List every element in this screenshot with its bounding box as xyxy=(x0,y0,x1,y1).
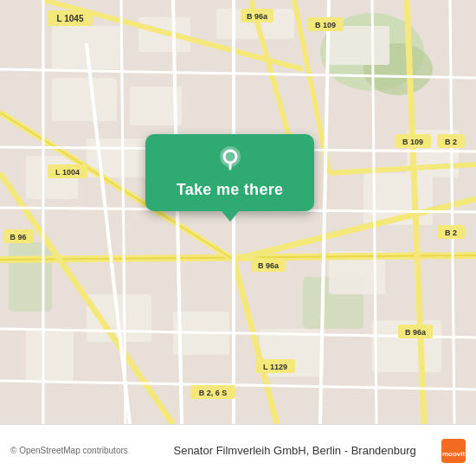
footer-bar: © OpenStreetMap contributors Senator Fil… xyxy=(0,424,476,476)
svg-text:B 2, 6 S: B 2, 6 S xyxy=(199,389,228,397)
svg-text:B 109: B 109 xyxy=(402,138,423,146)
svg-rect-3 xyxy=(9,242,52,312)
location-title: Senator Filmverleih GmbH, Berlin - Brand… xyxy=(157,444,433,457)
map-container: L 1045 B 96a B 109 B 96 L 1004 B 109 B 9… xyxy=(0,0,476,424)
svg-text:B 96a: B 96a xyxy=(247,12,268,21)
svg-text:L 1045: L 1045 xyxy=(57,14,84,23)
svg-text:L 1004: L 1004 xyxy=(55,168,80,177)
moovit-icon: moovit xyxy=(441,439,466,463)
svg-text:B 2: B 2 xyxy=(445,228,457,237)
moovit-logo: moovit xyxy=(441,439,466,463)
svg-text:B 96: B 96 xyxy=(10,233,26,241)
svg-rect-8 xyxy=(329,26,389,65)
svg-text:B 96a: B 96a xyxy=(405,328,427,337)
location-pin-icon xyxy=(215,145,246,176)
tooltip-card[interactable]: Take me there xyxy=(145,134,314,211)
svg-text:B 2: B 2 xyxy=(445,138,457,146)
svg-text:moovit: moovit xyxy=(442,450,466,458)
take-me-there-label: Take me there xyxy=(177,181,284,199)
svg-text:L 1129: L 1129 xyxy=(263,363,287,371)
copyright-text: © OpenStreetMap contributors xyxy=(10,446,148,455)
svg-rect-19 xyxy=(52,78,117,121)
svg-text:B 109: B 109 xyxy=(315,21,336,29)
svg-rect-16 xyxy=(26,329,74,381)
svg-text:B 96a: B 96a xyxy=(258,261,280,270)
